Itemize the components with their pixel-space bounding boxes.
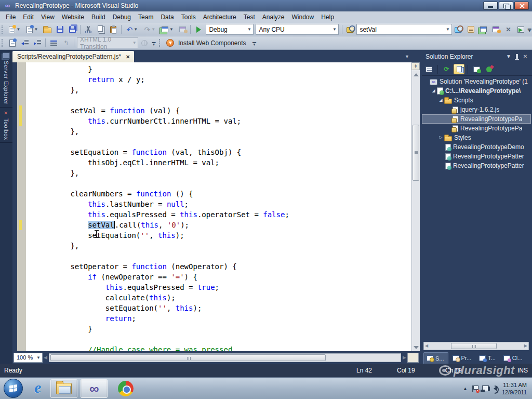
menu-item-help[interactable]: Help xyxy=(317,12,338,22)
menu-item-analyze[interactable]: Analyze xyxy=(259,12,288,22)
toolbox-button[interactable]: ✕ xyxy=(502,24,514,35)
menu-item-test[interactable]: Test xyxy=(240,12,259,22)
code-editor[interactable]: } return x / y; }, setVal = function (va… xyxy=(12,62,420,351)
solution-platforms-combo[interactable]: Any CPU▼ xyxy=(256,24,339,35)
menu-item-data[interactable]: Data xyxy=(157,12,177,22)
code-line[interactable]: }, xyxy=(12,126,410,137)
scroll-left-icon[interactable]: ◀ xyxy=(425,343,428,348)
horizontal-scroll-thumb[interactable] xyxy=(50,354,326,361)
tree-scroll-thumb[interactable] xyxy=(451,343,497,349)
solution-explorer-button[interactable] xyxy=(477,24,489,35)
combo-dropdown-icon[interactable]: ▼ xyxy=(245,24,253,34)
feedback-button[interactable] xyxy=(176,24,189,35)
taskbar-clock[interactable]: 11:31 AM 12/9/2011 xyxy=(502,381,527,396)
tree-item[interactable]: ∞Solution 'RevealingPrototype' (1 xyxy=(422,77,531,86)
code-line[interactable]: return; xyxy=(12,313,410,324)
menu-item-build[interactable]: Build xyxy=(88,12,109,22)
revert-button[interactable]: ↰ xyxy=(60,37,72,49)
find-symbol-button[interactable] xyxy=(452,24,464,35)
properties-window-button[interactable] xyxy=(464,24,477,35)
class-view-tab[interactable]: Cl... xyxy=(501,352,526,364)
undo-button[interactable]: ↶▼ xyxy=(123,24,141,35)
toolbar-grip[interactable] xyxy=(159,39,162,47)
chrome-taskbar-icon[interactable] xyxy=(118,381,134,396)
redo-button[interactable]: ↷▼ xyxy=(141,24,158,35)
code-line[interactable]: clearNumbers = function () { xyxy=(12,189,410,199)
code-line[interactable] xyxy=(12,137,410,147)
team-explorer-tab[interactable]: T... xyxy=(476,352,499,364)
tree-horizontal-scrollbar[interactable]: ◀ ▶ xyxy=(423,342,529,350)
code-line[interactable]: setEquation('', this); xyxy=(12,230,410,241)
solution-explorer-tab[interactable]: S... xyxy=(423,352,448,364)
code-line[interactable]: setVal = function (val) { xyxy=(12,105,410,116)
paste-button[interactable] xyxy=(107,24,119,35)
menu-item-file[interactable]: File xyxy=(2,12,19,22)
restore-button[interactable] xyxy=(499,2,513,10)
panel-close-icon[interactable]: ✕ xyxy=(521,54,529,59)
tree-item[interactable]: ▷Styles xyxy=(422,133,531,142)
volume-icon[interactable] xyxy=(494,386,497,391)
horizontal-scrollbar[interactable] xyxy=(49,353,401,362)
code-line[interactable]: this.lastNumber = null; xyxy=(12,199,410,209)
minimize-button[interactable] xyxy=(483,2,498,10)
code-line[interactable]: }, xyxy=(12,241,410,251)
find-combo[interactable]: setVal▼ xyxy=(356,24,452,35)
save-all-button[interactable] xyxy=(66,24,78,35)
open-file-button[interactable] xyxy=(41,24,54,35)
scroll-left-icon[interactable]: ◀ xyxy=(43,353,48,362)
combo-dropdown-icon[interactable]: ▼ xyxy=(444,24,451,34)
code-line[interactable]: setOperator = function (newOperator) { xyxy=(12,261,410,272)
code-line[interactable]: }, xyxy=(12,168,410,178)
visual-studio-taskbar-button[interactable]: ∞ xyxy=(81,379,108,398)
refresh-button[interactable]: ⟳ xyxy=(441,64,452,74)
toolbar-overflow-icon[interactable]: ▬▼ xyxy=(151,38,157,48)
new-project-button[interactable]: ▼ xyxy=(6,24,23,35)
code-line[interactable]: } xyxy=(12,64,410,74)
menu-item-debug[interactable]: Debug xyxy=(109,12,135,22)
code-text[interactable]: } return x / y; }, setVal = function (va… xyxy=(12,64,410,351)
vertical-scrollbar[interactable] xyxy=(411,62,420,351)
document-list-dropdown-icon[interactable]: ▼ xyxy=(405,54,409,59)
code-line[interactable] xyxy=(12,334,410,344)
tree-item[interactable]: RevealingPrototypePatter xyxy=(422,161,531,170)
start-page-button[interactable] xyxy=(514,24,527,35)
scroll-right-icon[interactable]: ▶ xyxy=(402,353,407,362)
code-line[interactable]: calculate(this); xyxy=(12,292,410,303)
code-line[interactable]: thisObj.eqCtl.innerHTML = val; xyxy=(12,157,410,168)
code-line[interactable]: setEquation = function (val, thisObj) { xyxy=(12,147,410,157)
format-document-button[interactable] xyxy=(6,37,19,49)
solution-configurations-combo[interactable]: Debug▼ xyxy=(206,24,254,35)
find-in-files-button[interactable] xyxy=(344,24,356,35)
solution-explorer-header[interactable]: Solution Explorer ▼ ✕ xyxy=(422,50,532,63)
tree-item[interactable]: RevealingPrototypePa xyxy=(422,114,531,124)
tree-item[interactable]: jquery-1.6.2.js xyxy=(422,105,531,114)
toolbar-overflow-icon[interactable]: ▬▼ xyxy=(251,38,258,48)
code-line[interactable] xyxy=(12,95,410,105)
scroll-down-icon[interactable] xyxy=(414,346,419,349)
code-line[interactable] xyxy=(12,251,410,261)
windows-explorer-taskbar-button[interactable] xyxy=(50,379,77,398)
server-explorer-tab[interactable]: Server Explorer xyxy=(0,50,12,108)
code-line[interactable]: }, xyxy=(12,85,410,95)
close-button[interactable] xyxy=(514,2,529,10)
navigate-window-button[interactable]: ▼ xyxy=(158,24,176,35)
tree-item[interactable]: ◢C:\...\RevealingPrototype\ xyxy=(422,86,531,96)
code-line[interactable]: this.currNumberCtl.innerHTML = val; xyxy=(12,116,410,126)
document-tab[interactable]: Scripts/RevealingPrototypePattern.js* ✕ xyxy=(12,51,134,62)
decrease-indent-button[interactable] xyxy=(19,37,31,49)
code-line[interactable]: this.equalsPressed = this.operatorSet = … xyxy=(12,209,410,220)
tree-item[interactable]: ◢Scripts xyxy=(422,96,531,105)
window-position-dropdown-icon[interactable]: ▼ xyxy=(504,54,513,59)
auto-hide-pin-icon[interactable] xyxy=(516,54,518,59)
code-line[interactable]: //Handle case where = was pressed xyxy=(12,344,410,351)
tree-item[interactable]: RevealingPrototypePatter xyxy=(422,152,531,161)
internet-explorer-taskbar-icon[interactable]: e xyxy=(34,379,41,396)
add-item-button[interactable]: ▼ xyxy=(23,24,41,35)
collapsed-arrow-icon[interactable]: ▷ xyxy=(437,133,444,142)
expanded-arrow-icon[interactable]: ◢ xyxy=(430,86,437,96)
menu-item-window[interactable]: Window xyxy=(288,12,318,22)
code-line[interactable] xyxy=(12,178,410,189)
toolbox-tab[interactable]: Toolbox xyxy=(0,108,12,143)
start-debugging-button[interactable] xyxy=(192,24,205,35)
action-center-icon[interactable]: ✕ xyxy=(472,385,477,392)
